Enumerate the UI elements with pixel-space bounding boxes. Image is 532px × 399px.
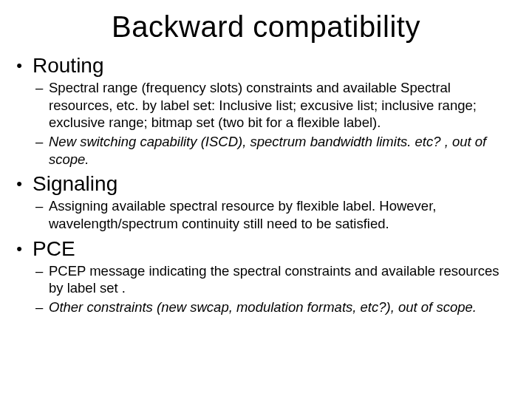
section-items-signaling: Assigning available spectral resource by… — [13, 197, 519, 232]
list-item-text: Assigning available spectral resource by… — [49, 198, 436, 231]
section-heading-label: PCE — [33, 237, 75, 261]
section-heading-label: Signaling — [33, 172, 117, 196]
section-heading-routing: • Routing — [13, 54, 519, 78]
list-item: Other constraints (new swcap, modulation… — [35, 299, 516, 316]
section-heading-pce: • PCE — [13, 237, 519, 261]
list-item: Assigning available spectral resource by… — [35, 197, 516, 232]
section-heading-label: Routing — [33, 54, 104, 78]
section-heading-signaling: • Signaling — [13, 172, 519, 196]
bullet-icon: • — [13, 176, 25, 192]
slide: Backward compatibility • Routing Spectra… — [0, 0, 532, 399]
list-item: Spectral range (frequency slots) constra… — [35, 79, 516, 132]
section-items-routing: Spectral range (frequency slots) constra… — [13, 79, 519, 168]
list-item: New switching capability (ISCD), spectru… — [35, 133, 516, 168]
bullet-icon: • — [13, 241, 25, 257]
list-item-text: Spectral range (frequency slots) constra… — [49, 80, 477, 130]
section-items-pce: PCEP message indicating the spectral con… — [13, 262, 519, 316]
list-item-text: PCEP message indicating the spectral con… — [49, 263, 499, 296]
slide-title: Backward compatibility — [13, 10, 519, 44]
bullet-icon: • — [13, 58, 25, 74]
list-item: PCEP message indicating the spectral con… — [35, 262, 516, 297]
list-item-text: Other constraints (new swcap, modulation… — [49, 299, 477, 315]
list-item-text: New switching capability (ISCD), spectru… — [49, 134, 486, 167]
